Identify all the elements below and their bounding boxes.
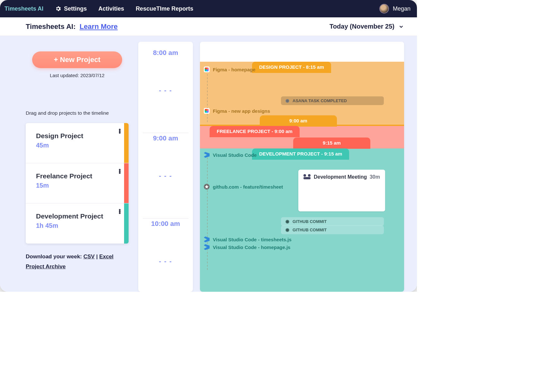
pill-label: GITHUB COMMIT — [293, 227, 327, 232]
download-prefix: Download your week: — [26, 254, 83, 260]
nav-settings-label: Settings — [64, 5, 87, 12]
new-project-button[interactable]: + New Project — [32, 51, 122, 68]
drag-hint: Drag and drop projects to the timeline — [26, 110, 129, 116]
top-nav: Timesheets AI Settings Activities Rescue… — [0, 0, 417, 17]
pill-label: ASANA TASK COMPLETED — [293, 98, 347, 103]
project-card-design[interactable]: Design Project 45m ••• — [26, 123, 129, 163]
project-card-freelance[interactable]: Freelance Project 15m ••• — [26, 163, 129, 203]
download-sep: | — [95, 254, 99, 260]
freelance-project-tab[interactable]: FREELANCE PROJECT - 9:00 am — [210, 126, 300, 137]
subheader: Timesheets AI: Learn More Today (Novembe… — [0, 17, 417, 36]
learn-more-link[interactable]: Learn More — [79, 22, 118, 31]
hour-mid: - - - — [138, 172, 193, 180]
design-project-tab[interactable]: DESIGN PROJECT - 8:15 am — [252, 62, 331, 73]
more-icon[interactable]: ••• — [119, 209, 121, 214]
chevron-down-icon — [398, 24, 404, 30]
download-row: Download your week: CSV | Excel Project … — [26, 252, 129, 272]
hour-block-10: 10:00 am - - - — [138, 218, 193, 292]
hour-block-9: 9:00 am - - - — [138, 133, 193, 218]
avatar[interactable] — [379, 4, 389, 13]
download-csv-link[interactable]: CSV — [83, 254, 95, 260]
sidebar: + New Project Last updated: 2023/07/12 D… — [0, 42, 138, 292]
activity-label: github.com - feature/timesheet — [213, 184, 283, 190]
figma-icon — [204, 67, 210, 72]
activity-figma-app[interactable]: Figma - new app designs — [204, 108, 270, 114]
project-time: 1h 45m — [36, 222, 124, 229]
meeting-title: Development Meeting — [314, 174, 367, 180]
more-icon[interactable]: ••• — [119, 169, 121, 174]
figma-icon — [204, 108, 210, 114]
page-title-text: Timesheets AI: — [26, 22, 76, 31]
vscode-icon — [204, 244, 210, 250]
github-commit-pill-1[interactable]: GITHUB COMMIT — [281, 217, 384, 226]
activity-vscode[interactable]: Visual Studio Code — [204, 152, 257, 158]
people-icon — [303, 174, 311, 179]
activity-label: Figma - homepage — [213, 67, 256, 72]
project-stripe — [124, 203, 129, 244]
time-tab-9[interactable]: 9:00 am — [260, 115, 337, 127]
nav-reports-label: RescueTIme Reports — [136, 5, 193, 12]
nav-activities-label: Activities — [98, 5, 124, 12]
hour-label: 8:00 am — [138, 48, 193, 57]
nav-settings[interactable]: Settings — [55, 5, 87, 12]
activity-figma-homepage[interactable]: Figma - homepage — [204, 67, 256, 72]
vscode-icon — [204, 152, 210, 158]
vscode-icon — [204, 236, 210, 242]
activity-label: Visual Studio Code - timesheets.js — [213, 237, 292, 242]
nav-activities[interactable]: Activities — [98, 5, 124, 12]
date-picker[interactable]: Today (November 25) — [330, 23, 404, 30]
project-name: Freelance Project — [36, 172, 124, 180]
dash-line — [207, 154, 208, 270]
meeting-card[interactable]: Development Meeting 30m — [298, 170, 385, 211]
hour-mid: - - - — [138, 258, 193, 265]
hour-mid: - - - — [138, 87, 193, 94]
github-icon — [204, 184, 210, 190]
gear-icon — [55, 5, 61, 12]
project-card-dev[interactable]: Development Project 1h 45m ••• — [26, 203, 129, 244]
username[interactable]: Megan — [393, 5, 411, 12]
project-name: Design Project — [36, 132, 124, 140]
last-updated: Last updated: 2023/07/12 — [26, 73, 129, 78]
dev-project-tab[interactable]: DEVELOPMENT PROJECT - 9:15 am — [252, 148, 349, 160]
main-body: + New Project Last updated: 2023/07/12 D… — [0, 36, 417, 292]
activity-label: Visual Studio Code — [213, 152, 257, 158]
asana-icon — [285, 99, 289, 103]
activity-vscode-homepage[interactable]: Visual Studio Code - homepage.js — [204, 244, 290, 250]
project-name: Development Project — [36, 212, 124, 220]
activity-github-feature[interactable]: github.com - feature/timesheet — [204, 184, 283, 190]
hour-label: 10:00 am — [138, 218, 193, 227]
asana-completed-pill[interactable]: ASANA TASK COMPLETED — [281, 96, 384, 105]
pill-label: GITHUB COMMIT — [293, 219, 327, 224]
more-icon[interactable]: ••• — [119, 129, 121, 134]
dash-line — [207, 71, 208, 122]
date-label: Today (November 25) — [330, 23, 394, 30]
project-time: 15m — [36, 182, 124, 189]
github-icon — [285, 228, 289, 232]
github-icon — [285, 220, 289, 224]
project-stripe — [124, 163, 129, 203]
activity-label: Figma - new app designs — [213, 108, 270, 114]
timeline[interactable]: DESIGN PROJECT - 8:15 am Figma - homepag… — [200, 42, 404, 292]
time-gutter: 8:00 am - - - 9:00 am - - - 10:00 am - -… — [138, 42, 193, 292]
hour-label: 9:00 am — [138, 133, 193, 142]
page-title: Timesheets AI: Learn More — [26, 22, 118, 31]
activity-label: Visual Studio Code - homepage.js — [213, 245, 290, 250]
nav-reports[interactable]: RescueTIme Reports — [136, 5, 193, 12]
brand-logo[interactable]: Timesheets AI — [5, 5, 43, 12]
activity-vscode-timesheets[interactable]: Visual Studio Code - timesheets.js — [204, 236, 292, 242]
github-commit-pill-2[interactable]: GITHUB COMMIT — [281, 226, 384, 234]
time-tab-915[interactable]: 9:15 am — [293, 138, 370, 149]
project-stripe — [124, 123, 129, 163]
project-time: 45m — [36, 142, 124, 149]
meeting-duration: 30m — [370, 174, 380, 180]
project-list: Design Project 45m ••• Freelance Project… — [26, 123, 129, 244]
hour-block-8: 8:00 am - - - — [138, 48, 193, 133]
